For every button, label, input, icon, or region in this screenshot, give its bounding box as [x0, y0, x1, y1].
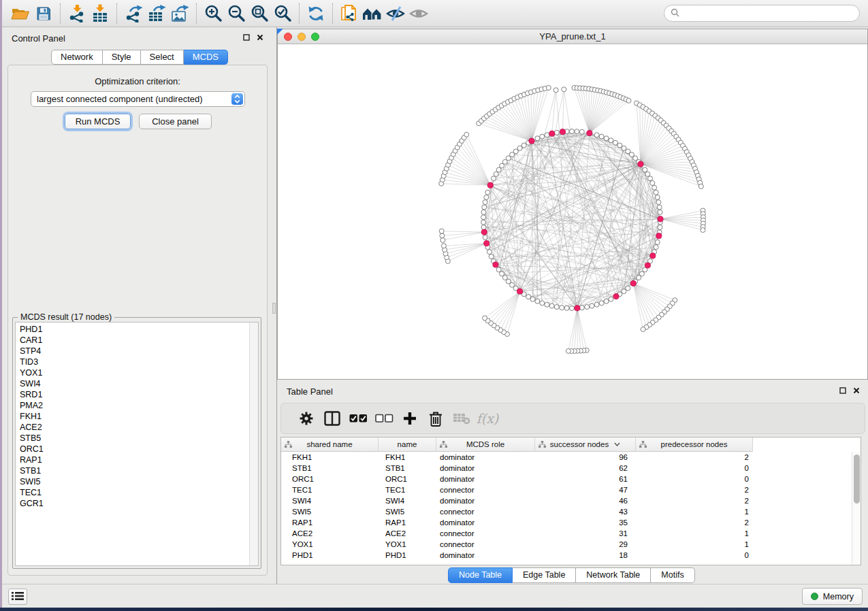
table-scrollbar[interactable]: [852, 452, 861, 565]
zoom-in-icon[interactable]: [202, 3, 225, 24]
table-cell: ACE2: [379, 528, 436, 539]
tab-select[interactable]: Select: [141, 50, 184, 65]
sort-desc-icon: [614, 442, 620, 446]
table-row[interactable]: YOX1YOX1connector291: [281, 539, 861, 550]
open-file-icon[interactable]: [9, 3, 32, 24]
column-header-shared-name[interactable]: shared name: [281, 437, 379, 452]
delete-column-icon[interactable]: [423, 406, 449, 431]
mcds-result-item[interactable]: YOX1: [16, 367, 258, 378]
table-row[interactable]: ORC1ORC1dominator610: [281, 474, 861, 484]
close-table-panel-icon[interactable]: [853, 387, 860, 394]
import-network-icon[interactable]: [65, 3, 89, 24]
task-history-button[interactable]: [8, 589, 27, 605]
window-close-icon[interactable]: [284, 33, 292, 41]
search-icon: [671, 7, 679, 20]
mcds-result-item[interactable]: SRD1: [16, 389, 258, 400]
table-cell: SWI4: [281, 495, 379, 506]
mcds-result-item[interactable]: ACE2: [16, 422, 258, 433]
mcds-result-item[interactable]: GCR1: [16, 498, 258, 509]
table-row[interactable]: STB1STB1dominator620: [281, 463, 861, 474]
show-columns-icon[interactable]: [319, 406, 345, 431]
table-mode-icon[interactable]: [293, 406, 319, 431]
mcds-result-item[interactable]: PMA2: [16, 400, 258, 411]
mcds-result-item[interactable]: RAP1: [16, 455, 258, 465]
table-cell: connector: [436, 539, 535, 550]
table-cell: 43: [535, 506, 636, 517]
table-tabs: Node TableEdge TableNetwork TableMotifs: [448, 567, 695, 583]
table-row[interactable]: FKH1FKH1dominator962: [281, 452, 861, 463]
tab-edge-table[interactable]: Edge Table: [513, 567, 576, 583]
run-mcds-button[interactable]: Run MCDS: [65, 114, 131, 129]
mcds-result-item[interactable]: STP4: [16, 346, 258, 357]
table-scrollbar-thumb[interactable]: [854, 455, 860, 503]
tab-node-table[interactable]: Node Table: [448, 567, 513, 583]
float-table-panel-icon[interactable]: [839, 387, 846, 394]
table-row[interactable]: SWI5SWI5connector431: [281, 506, 861, 517]
save-session-icon[interactable]: [32, 3, 55, 24]
import-table-icon[interactable]: [89, 3, 112, 24]
mcds-result-item[interactable]: CAR1: [16, 335, 258, 346]
window-minimize-icon[interactable]: [298, 33, 306, 41]
table-cell: SWI4: [379, 495, 436, 506]
mcds-tab-content: Optimization criterion: largest connecte…: [7, 65, 268, 576]
network-window-titlebar[interactable]: YPA_prune.txt_1: [278, 29, 867, 44]
mcds-result-item[interactable]: ORC1: [16, 444, 258, 455]
mcds-result-item[interactable]: SWI4: [16, 378, 258, 389]
zoom-selected-icon[interactable]: [271, 3, 294, 24]
search-input[interactable]: [683, 7, 859, 20]
export-network-icon[interactable]: [122, 3, 145, 24]
mcds-result-item[interactable]: TEC1: [16, 487, 258, 498]
tab-network[interactable]: Network: [51, 50, 103, 65]
memory-button[interactable]: Memory: [802, 588, 863, 605]
tab-motifs[interactable]: Motifs: [651, 567, 694, 583]
table-row[interactable]: PHD1PHD1dominator180: [281, 550, 861, 561]
deselect-all-icon[interactable]: [371, 406, 397, 431]
hide-selected-icon[interactable]: [384, 3, 407, 24]
share-network-icon[interactable]: [338, 3, 361, 24]
table-cell: 0: [636, 463, 753, 474]
select-all-icon[interactable]: [345, 406, 371, 431]
toolbar-separator: [116, 3, 117, 24]
table-row[interactable]: RAP1RAP1dominator352: [281, 517, 861, 528]
table-row[interactable]: SWI4SWI4dominator462: [281, 495, 861, 506]
mcds-result-item[interactable]: TID3: [16, 357, 258, 367]
mcds-result-item[interactable]: PHD1: [16, 324, 258, 335]
column-label: shared name: [306, 440, 352, 448]
column-header-mcds-role[interactable]: MCDS role: [436, 437, 535, 452]
refresh-layout-icon[interactable]: [304, 3, 327, 24]
tab-style[interactable]: Style: [103, 50, 141, 65]
tab-network-table[interactable]: Network Table: [576, 567, 651, 583]
table-row[interactable]: TEC1TEC1connector472: [281, 484, 861, 495]
optimization-criterion-select[interactable]: largest connected component (undirected): [31, 91, 245, 107]
mcds-result-item[interactable]: FKH1: [16, 411, 258, 422]
mcds-result-list[interactable]: PHD1CAR1STP4TID3YOX1SWI4SRD1PMA2FKH1ACE2…: [15, 322, 259, 566]
ndex-icon[interactable]: [361, 3, 384, 24]
column-header-successor-nodes[interactable]: successor nodes: [535, 437, 636, 452]
table-cell: dominator: [436, 550, 535, 561]
table-cell: 1: [636, 539, 753, 550]
close-panel-button[interactable]: Close panel: [139, 114, 212, 129]
column-header-predecessor-nodes[interactable]: predecessor nodes: [636, 437, 753, 452]
table-cell: YOX1: [281, 539, 379, 550]
close-panel-icon[interactable]: [257, 34, 263, 41]
zoom-fit-icon[interactable]: [248, 3, 271, 24]
export-table-icon[interactable]: [145, 3, 168, 24]
mcds-result-item[interactable]: SWI5: [16, 476, 258, 487]
status-bar: Memory: [2, 584, 868, 608]
mcds-result-item[interactable]: STB5: [16, 433, 258, 444]
splitter-grip[interactable]: [272, 303, 276, 314]
window-zoom-icon[interactable]: [311, 33, 319, 41]
toolbar-separator: [196, 3, 197, 24]
list-scrollbar[interactable]: [249, 323, 258, 565]
mcds-result-item[interactable]: STB1: [16, 465, 258, 476]
table-row[interactable]: ACE2ACE2connector311: [281, 528, 861, 539]
show-all-icon[interactable]: [407, 3, 430, 24]
network-canvas[interactable]: [278, 44, 867, 379]
tab-mcds[interactable]: MCDS: [184, 50, 228, 65]
column-header-name[interactable]: name: [379, 437, 436, 452]
export-image-icon[interactable]: [168, 3, 191, 24]
zoom-out-icon[interactable]: [225, 3, 248, 24]
float-panel-icon[interactable]: [243, 34, 250, 41]
panel-splitter[interactable]: [272, 27, 277, 584]
add-column-icon[interactable]: [397, 406, 423, 431]
